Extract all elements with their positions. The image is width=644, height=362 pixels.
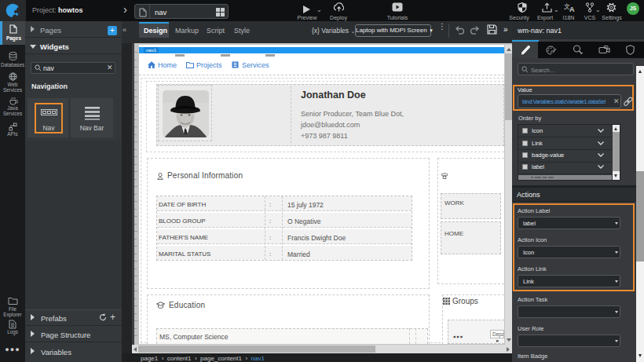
svg-text:A: A	[569, 5, 575, 12]
